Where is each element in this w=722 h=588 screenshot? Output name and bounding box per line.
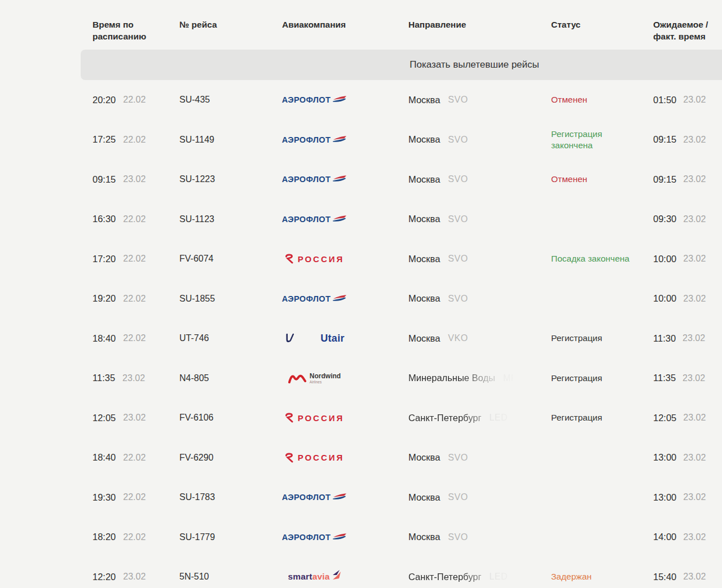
expected-time-cell: 13:00 23.02 (653, 438, 722, 478)
scheduled-time-cell: 12:20 23.02 (93, 557, 177, 588)
flight-row[interactable]: 11:35 23.02 N4-805 Nordwind Airlines Мин… (0, 359, 722, 399)
flight-number: UT-746 (179, 333, 209, 343)
scheduled-time-cell: 18:20 22.02 (93, 518, 177, 558)
flight-row[interactable]: 12:20 23.02 5N-510 smartavia Санкт-Петер… (0, 557, 722, 588)
rossiya-logo: РОССИЯ (285, 453, 345, 463)
flight-number: SU-1223 (179, 174, 215, 184)
destination-city: Москва (408, 134, 440, 145)
expected-time: 12:05 (653, 413, 676, 423)
flight-number: SU-1783 (179, 492, 215, 502)
flight-row[interactable]: 17:25 22.02 SU-1149 АЭРОФЛОТ Москва SVO … (0, 120, 722, 160)
flight-row[interactable]: 17:20 22.02 FV-6074 РОССИЯ Москва SVO По… (0, 239, 722, 279)
flight-number: FV-6106 (179, 413, 213, 423)
airport-code: VKO (448, 333, 468, 343)
aeroflot-logo: АЭРОФЛОТ (282, 493, 347, 502)
destination-city: Санкт-Петербург (408, 413, 481, 423)
airport-code: SVO (448, 174, 468, 184)
expected-time: 01:50 (653, 95, 676, 105)
status-cell: Посадка закончена (551, 239, 644, 279)
status-cell: Отменен (551, 160, 644, 200)
destination-cell: Москва SVO (408, 478, 513, 518)
scheduled-date: 23.02 (123, 174, 146, 184)
scheduled-time-cell: 17:25 22.02 (93, 120, 177, 160)
show-departed-flights-button[interactable]: Показать вылетевшие рейсы (81, 50, 722, 80)
aeroflot-logo: АЭРОФЛОТ (282, 175, 347, 184)
aeroflot-logo-label: АЭРОФЛОТ (282, 215, 331, 224)
flight-status: Отменен (551, 94, 587, 105)
utair-logo-label: Utair (320, 333, 345, 344)
scheduled-time: 12:05 (93, 413, 116, 423)
scheduled-date: 23.02 (123, 572, 146, 582)
scheduled-time: 17:20 (93, 254, 116, 264)
flight-status: Задержан (551, 571, 592, 582)
airline-logo-cell: Nordwind Airlines (276, 359, 353, 399)
status-cell (551, 438, 644, 478)
expected-date: 23.02 (683, 174, 706, 184)
flight-row[interactable]: 16:30 22.02 SU-1123 АЭРОФЛОТ Москва SVO … (0, 200, 722, 240)
destination-cell: Минеральные Воды MRV (408, 359, 513, 399)
destination-cell: Москва SVO (408, 279, 513, 319)
destination-city: Москва (408, 492, 440, 503)
airline-logo-cell: Utair (276, 319, 353, 359)
flight-status: Регистрация закончена (551, 129, 644, 151)
expected-date: 23.02 (683, 214, 706, 224)
scheduled-date: 22.02 (123, 214, 146, 224)
scheduled-time-cell: 18:40 22.02 (93, 319, 177, 359)
flight-number-cell: N4-805 (179, 359, 258, 399)
scheduled-time-cell: 16:30 22.02 (93, 200, 177, 240)
flight-row[interactable]: 19:20 22.02 SU-1855 АЭРОФЛОТ Москва SVO … (0, 279, 722, 319)
flight-number: 5N-510 (179, 572, 209, 582)
nordwind-logo-text: Nordwind Airlines (310, 373, 341, 384)
flight-row[interactable]: 18:20 22.02 SU-1779 АЭРОФЛОТ Москва SVO … (0, 518, 722, 558)
flight-row[interactable]: 09:15 23.02 SU-1223 АЭРОФЛОТ Москва SVO … (0, 160, 722, 200)
flight-row[interactable]: 20:20 22.02 SU-435 АЭРОФЛОТ Москва SVO О… (0, 80, 722, 120)
utair-u-icon (284, 333, 294, 343)
flight-number-cell: SU-1149 (179, 120, 258, 160)
status-cell: Задержан (551, 557, 644, 588)
aeroflot-logo-label: АЭРОФЛОТ (282, 493, 331, 502)
aeroflot-logo-label: АЭРОФЛОТ (282, 533, 331, 542)
expected-time-cell: 10:00 23.02 (653, 239, 722, 279)
status-cell: Регистрация (551, 359, 644, 399)
flight-row[interactable]: 12:05 23.02 FV-6106 РОССИЯ Санкт-Петербу… (0, 398, 722, 438)
expected-date: 23.02 (683, 572, 706, 582)
flight-status: Отменен (551, 174, 587, 185)
flight-number-cell: 5N-510 (179, 557, 258, 588)
airport-code: SVO (448, 95, 468, 105)
status-cell (551, 279, 644, 319)
destination-city: Москва (408, 452, 440, 463)
flight-number-cell: SU-1855 (179, 279, 258, 319)
destination-cell: Москва VKO (408, 319, 513, 359)
scheduled-date: 22.02 (123, 333, 146, 343)
header-direction: Направление (408, 19, 499, 30)
status-cell (551, 518, 644, 558)
expected-time: 09:30 (653, 214, 676, 224)
flight-number: FV-6290 (179, 453, 213, 463)
scheduled-time: 09:15 (93, 174, 116, 185)
flight-row[interactable]: 18:40 22.02 FV-6290 РОССИЯ Москва SVO 13… (0, 438, 722, 478)
scheduled-date: 22.02 (123, 453, 146, 463)
flight-row[interactable]: 19:30 22.02 SU-1783 АЭРОФЛОТ Москва SVO … (0, 478, 722, 518)
flight-number-cell: FV-6074 (179, 239, 258, 279)
expected-date: 23.02 (683, 532, 706, 542)
smartavia-logo-label-smart: smart (288, 572, 312, 582)
flight-row[interactable]: 18:40 22.02 UT-746 Utair Москва VKO Реги… (0, 319, 722, 359)
destination-city: Минеральные Воды (408, 373, 495, 383)
scheduled-time-cell: 20:20 22.02 (93, 80, 177, 120)
rossiya-r-icon (285, 413, 294, 423)
scheduled-time-cell: 12:05 23.02 (93, 398, 177, 438)
aeroflot-logo-label: АЭРОФЛОТ (282, 294, 331, 303)
expected-time-cell: 12:05 23.02 (653, 398, 722, 438)
flight-number-cell: FV-6290 (179, 438, 258, 478)
expected-time: 11:30 (653, 333, 676, 344)
flight-status: Регистрация (551, 333, 602, 344)
rossiya-r-icon (285, 453, 294, 463)
airline-logo-cell: АЭРОФЛОТ (276, 200, 353, 240)
expected-time: 13:00 (653, 492, 676, 503)
aeroflot-wing-icon (332, 96, 347, 104)
scheduled-time: 18:40 (93, 333, 116, 344)
flight-status: Посадка закончена (551, 253, 629, 264)
aeroflot-logo: АЭРОФЛОТ (282, 533, 347, 542)
aeroflot-wing-icon (332, 493, 347, 501)
expected-time-cell: 01:50 23.02 (653, 80, 722, 120)
